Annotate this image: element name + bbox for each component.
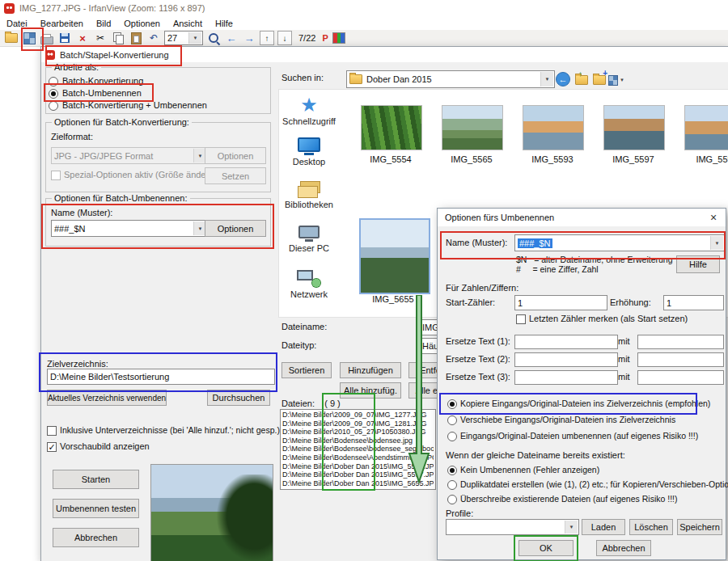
batch-conversion-icon[interactable] bbox=[22, 31, 36, 45]
place-this-pc[interactable]: Dieser PC bbox=[280, 226, 338, 253]
umb-optionen-button[interactable]: Optionen bbox=[205, 220, 266, 237]
folder-dropdown-arrow[interactable]: ▼ bbox=[540, 72, 553, 86]
cut-icon[interactable]: ✂ bbox=[93, 31, 108, 45]
profile-combobox[interactable]: ▼ bbox=[446, 519, 579, 535]
radio-kein-umbenennen[interactable] bbox=[447, 466, 457, 475]
erhoehung-input[interactable]: 1 bbox=[663, 295, 724, 310]
abbrechen-button[interactable]: Abbrechen bbox=[53, 528, 139, 547]
zaehler-merken-checkbox[interactable] bbox=[516, 314, 526, 324]
mit1-input[interactable] bbox=[637, 335, 724, 349]
copy-icon[interactable] bbox=[111, 31, 125, 45]
radio-batch-konv-umbenennen[interactable] bbox=[49, 101, 58, 111]
rd-name-muster-combobox[interactable]: ###_$N ▼ bbox=[514, 234, 725, 251]
file-row[interactable]: D:\Meine Bilder\2009_09_07\IMG_1277.JPG bbox=[282, 411, 434, 420]
radio-batch-umbenennen-label[interactable]: Batch-Umbenennen bbox=[62, 88, 142, 99]
radio-batch-konvertierung-label[interactable]: Batch-Konvertierung bbox=[62, 76, 143, 86]
menu-ansicht[interactable]: Ansicht bbox=[167, 18, 209, 29]
file-row[interactable]: D:\Meine Bilder\2009_09_07\IMG_1281.JPG bbox=[282, 420, 434, 428]
menu-hilfe[interactable]: Hilfe bbox=[209, 18, 239, 29]
file-row[interactable]: D:\Meine Bilder\Dober Dan 2015\IMG_5593.… bbox=[282, 462, 434, 471]
speichern-button[interactable]: Speichern bbox=[677, 519, 722, 535]
file-row[interactable]: D:\Meine Bilder\Bodensee\Abendstimmung.J… bbox=[282, 453, 434, 462]
profile-dropdown-arrow[interactable]: ▼ bbox=[565, 521, 578, 534]
place-network[interactable]: Netzwerk bbox=[280, 270, 338, 299]
zoom-dropdown-arrow[interactable]: ▼ bbox=[188, 32, 201, 44]
vorschaubild-label[interactable]: Vorschaubild anzeigen bbox=[60, 441, 150, 452]
folder-combobox[interactable]: Dober Dan 2015 ▼ bbox=[346, 70, 555, 88]
radio-verschiebe[interactable] bbox=[447, 415, 457, 425]
thumbnail-img-5554[interactable] bbox=[361, 105, 422, 150]
radio-duplikat[interactable] bbox=[447, 480, 457, 490]
place-desktop[interactable]: Desktop bbox=[280, 137, 338, 167]
ok-button[interactable]: OK bbox=[518, 540, 574, 556]
menu-bearbeiten[interactable]: Bearbeiten bbox=[34, 18, 90, 29]
zielverzeichnis-input[interactable]: D:\Meine Bilder\Testsortierung bbox=[47, 369, 275, 385]
radio-batch-konvertierung[interactable] bbox=[49, 77, 58, 86]
zoom-combobox[interactable]: 27 ▼ bbox=[164, 31, 203, 45]
mit2-input[interactable] bbox=[637, 352, 724, 367]
radio-umbenennen-risiko-label[interactable]: Eingangs/Original-Dateien umbenennen (au… bbox=[460, 431, 698, 441]
file-row[interactable]: D:\Meine Bilder\2010_05_27\P1050380.JPG bbox=[282, 428, 434, 437]
radio-batch-konv-umbenennen-label[interactable]: Batch-Konvertierung + Umbenennen bbox=[62, 100, 207, 111]
file-listbox[interactable]: D:\Meine Bilder\2009_09_07\IMG_1277.JPG … bbox=[280, 409, 436, 490]
radio-kein-umbenennen-label[interactable]: Kein Umbenennen (Fehler anzeigen) bbox=[460, 465, 599, 475]
p-flag[interactable]: P bbox=[322, 33, 328, 43]
ersetze1-input[interactable] bbox=[514, 335, 618, 349]
thumbnail-img-5597[interactable] bbox=[603, 105, 665, 150]
ersetze3-input[interactable] bbox=[514, 370, 618, 385]
menu-bild[interactable]: Bild bbox=[90, 18, 117, 29]
loeschen-button[interactable]: Löschen bbox=[629, 519, 673, 535]
laden-button[interactable]: Laden bbox=[582, 519, 625, 535]
place-libraries[interactable]: Bibliotheken bbox=[280, 181, 338, 209]
unterverzeichnisse-checkbox[interactable] bbox=[47, 426, 57, 436]
paste-icon[interactable] bbox=[129, 31, 143, 45]
menu-datei[interactable]: Datei bbox=[0, 18, 34, 29]
thumbnail-img-559x[interactable] bbox=[684, 105, 728, 150]
thumbnail-img-5655-selected[interactable] bbox=[359, 218, 430, 294]
up-folder-icon[interactable]: ↑ bbox=[574, 72, 590, 88]
rd-abbrechen-button[interactable]: Abbrechen bbox=[596, 540, 651, 556]
file-row[interactable]: D:\Meine Bilder\Dober Dan 2015\IMG_5655.… bbox=[282, 479, 434, 488]
radio-kopiere-label[interactable]: Kopiere Eingangs/Original-Dateien ins Zi… bbox=[460, 399, 710, 409]
menu-optionen[interactable]: Optionen bbox=[117, 18, 167, 29]
starten-button[interactable]: Starten bbox=[53, 470, 139, 489]
radio-ueberschreibe-label[interactable]: Überschreibe existierende Dateien (auf e… bbox=[460, 494, 677, 504]
radio-verschiebe-label[interactable]: Verschiebe Eingangs/Original-Dateien ins… bbox=[460, 415, 675, 425]
radio-duplikat-label[interactable]: Duplikatdatei erstellen (wie (1), (2) et… bbox=[460, 479, 728, 490]
mit3-input[interactable] bbox=[637, 370, 724, 385]
delete-icon[interactable]: × bbox=[75, 31, 90, 45]
previous-image-icon[interactable]: ← bbox=[224, 31, 239, 45]
print-icon[interactable] bbox=[40, 31, 54, 45]
close-icon[interactable]: × bbox=[701, 209, 726, 226]
zaehler-merken-label[interactable]: Letzten Zähler merken (als Start setzen) bbox=[529, 314, 688, 324]
new-folder-icon[interactable]: + bbox=[591, 72, 607, 88]
next-image-icon[interactable]: → bbox=[242, 31, 256, 45]
back-nav-icon[interactable]: ← bbox=[555, 71, 571, 87]
durchsuchen-button[interactable]: Durchsuchen bbox=[207, 390, 270, 406]
view-menu-icon[interactable]: ▼ bbox=[608, 72, 624, 88]
radio-ueberschreibe[interactable] bbox=[447, 495, 457, 504]
magnifier-icon[interactable] bbox=[206, 31, 221, 45]
file-row[interactable]: D:\Meine Bilder\Bodensee\bodensee_segelb… bbox=[282, 445, 434, 453]
radio-batch-umbenennen[interactable] bbox=[49, 89, 58, 99]
radio-umbenennen-risiko[interactable] bbox=[447, 432, 457, 441]
save-icon[interactable] bbox=[57, 31, 72, 45]
ersetze2-input[interactable] bbox=[514, 352, 618, 367]
vorschaubild-checkbox[interactable] bbox=[47, 442, 57, 452]
last-page-icon[interactable]: ↓ bbox=[277, 31, 292, 45]
rd-name-dropdown-arrow[interactable]: ▼ bbox=[710, 236, 723, 250]
place-quick-access[interactable]: ★ Schnellzugriff bbox=[280, 95, 338, 126]
hinzufuegen-button[interactable]: Hinzufügen bbox=[340, 362, 401, 378]
unterverzeichnisse-label[interactable]: Inklusive Unterverzeichnisse (bei 'Alle … bbox=[60, 425, 280, 436]
first-page-icon[interactable]: ↑ bbox=[260, 31, 274, 45]
file-row[interactable]: D:\Meine Bilder\Dober Dan 2015\IMG_5597.… bbox=[282, 470, 434, 479]
aktuelles-verzeichnis-button[interactable]: Aktuelles Verzeichnis verwenden bbox=[47, 390, 167, 406]
umbenennen-testen-button[interactable]: Umbenennen testen bbox=[53, 499, 139, 518]
start-zaehler-input[interactable]: 1 bbox=[514, 295, 607, 310]
alle-hinzufuegen-button[interactable]: Alle hinzufüg. bbox=[340, 382, 401, 399]
thumbnail-img-5565[interactable] bbox=[442, 105, 503, 150]
sortieren-button[interactable]: Sortieren bbox=[281, 362, 332, 378]
palette-icon[interactable] bbox=[332, 31, 346, 45]
thumbnail-img-5593[interactable] bbox=[523, 105, 584, 150]
file-row[interactable]: D:\Meine Bilder\Bodensee\bodensee.jpg bbox=[282, 437, 434, 445]
